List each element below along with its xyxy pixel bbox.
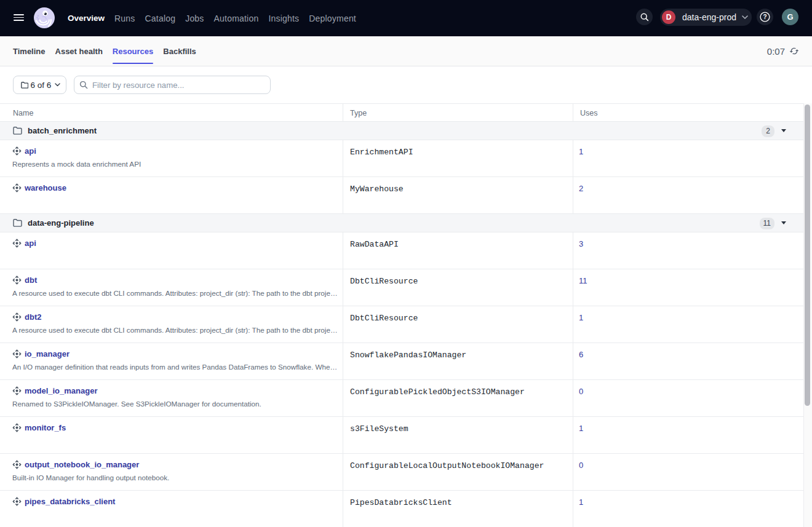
svg-text:?: ? (763, 14, 766, 20)
